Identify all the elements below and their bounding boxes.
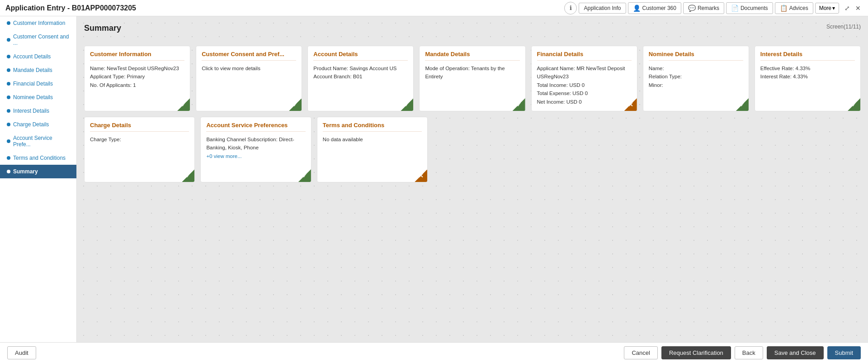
sidebar-dot: [7, 38, 10, 42]
submit-button[interactable]: Submit: [827, 346, 861, 359]
sidebar-item-customer-consent[interactable]: Customer Consent and ...: [0, 30, 76, 50]
app-footer: Audit Cancel Request Clarification Back …: [0, 342, 868, 363]
application-info-label: Application Info: [584, 5, 621, 11]
card-customer-information[interactable]: Customer Information Name: NewTest Depos…: [84, 46, 190, 111]
card-line: Applicant Name: MR NewTest Deposit USReg…: [537, 64, 632, 81]
card-line: Product Name: Savings Account US: [313, 64, 408, 72]
card-link[interactable]: +0 view more...: [206, 152, 305, 160]
card-title: Terms and Conditions: [323, 122, 422, 132]
card-body: Mode of Operation: Tenants by the Entire…: [425, 64, 519, 111]
sidebar-label: Account Service Prefe...: [13, 135, 71, 148]
card-title: Nominee Details: [649, 51, 743, 61]
save-and-close-button[interactable]: Save and Close: [767, 346, 824, 359]
sidebar-item-financial-details[interactable]: Financial Details: [0, 77, 76, 91]
card-nominee-details[interactable]: Nominee Details Name: Relation Type: Min…: [643, 46, 749, 111]
sidebar-item-nominee-details[interactable]: Nominee Details: [0, 91, 76, 104]
card-line: Banking Channel Subscription: Direct-Ban…: [206, 135, 305, 152]
card-line: Account Branch: B01: [313, 72, 408, 81]
cancel-button[interactable]: Cancel: [624, 346, 657, 359]
card-title: Customer Consent and Pref...: [202, 51, 296, 61]
chevron-down-icon: ▾: [832, 5, 835, 11]
page-title: Summary: [84, 24, 121, 33]
sidebar-item-account-details[interactable]: Account Details: [0, 50, 76, 63]
sidebar-item-charge-details[interactable]: Charge Details: [0, 118, 76, 131]
sidebar-label: Account Details: [13, 53, 51, 60]
sidebar-dot: [7, 139, 10, 143]
card-line: Click to view more details: [202, 64, 296, 72]
sidebar-dot: [7, 123, 10, 126]
sidebar-dot-active: [7, 170, 10, 173]
card-line: No data available: [323, 135, 422, 143]
sidebar-item-customer-information[interactable]: Customer Information: [0, 16, 76, 30]
card-title: Account Service Preferences: [206, 122, 305, 132]
audit-button[interactable]: Audit: [7, 346, 36, 359]
sidebar-dot: [7, 156, 10, 160]
card-financial-details[interactable]: Financial Details Applicant Name: MR New…: [531, 46, 637, 111]
card-charge-details[interactable]: Charge Details Charge Type: ✓: [84, 117, 195, 182]
card-account-service-pref[interactable]: Account Service Preferences Banking Chan…: [200, 117, 311, 182]
footer-right-actions: Cancel Request Clarification Back Save a…: [624, 346, 861, 359]
sidebar-dot: [7, 55, 10, 58]
app-title: Application Entry - B01APP000073205: [5, 4, 136, 12]
card-body: Effective Rate: 4.33% Interest Rate: 4.3…: [760, 64, 855, 111]
advices-label: Advices: [789, 5, 808, 11]
card-customer-consent[interactable]: Customer Consent and Pref... Click to vi…: [196, 46, 302, 111]
card-line: Charge Type:: [90, 135, 189, 143]
sidebar-item-summary[interactable]: Summary: [0, 165, 76, 178]
application-info-button[interactable]: Application Info: [579, 3, 626, 14]
sidebar-label: Mandate Details: [13, 67, 52, 73]
sidebar-label: Nominee Details: [13, 94, 53, 100]
card-body: No data available: [323, 135, 422, 182]
content-area: Summary Screen(11/11) Customer Informati…: [77, 16, 868, 342]
remarks-button[interactable]: 💬 Remarks: [683, 2, 724, 14]
card-line: Total Expense: USD 0: [537, 89, 632, 97]
card-line: Minor:: [649, 81, 743, 89]
documents-button[interactable]: 📄 Documents: [726, 2, 773, 14]
more-button[interactable]: More ▾: [815, 3, 839, 14]
sidebar-item-interest-details[interactable]: Interest Details: [0, 104, 76, 118]
request-clarification-button[interactable]: Request Clarification: [661, 346, 731, 359]
card-line: No. Of Applicants: 1: [90, 81, 184, 89]
card-terms-conditions[interactable]: Terms and Conditions No data available ✕: [317, 117, 428, 182]
card-line: Net Income: USD 0: [537, 98, 632, 106]
sidebar-dot: [7, 68, 10, 72]
header-actions: ℹ Application Info 👤 Customer 360 💬 Rema…: [564, 2, 863, 14]
card-interest-details[interactable]: Interest Details Effective Rate: 4.33% I…: [755, 46, 861, 111]
sidebar-item-account-service-pref[interactable]: Account Service Prefe...: [0, 131, 76, 151]
card-body: Name: Relation Type: Minor:: [649, 64, 743, 111]
card-title: Mandate Details: [425, 51, 519, 61]
card-title: Interest Details: [760, 51, 855, 61]
card-body: Banking Channel Subscription: Direct-Ban…: [206, 135, 305, 182]
card-line: Relation Type:: [649, 72, 743, 81]
sidebar-dot: [7, 109, 10, 113]
card-body: Click to view more details: [202, 64, 296, 111]
card-title: Customer Information: [90, 51, 184, 61]
resize-icon[interactable]: ⤢: [843, 4, 852, 13]
sidebar-item-terms-conditions[interactable]: Terms and Conditions: [0, 151, 76, 165]
remarks-icon: 💬: [688, 5, 696, 12]
card-line: Total Income: USD 0: [537, 81, 632, 89]
remarks-label: Remarks: [698, 5, 719, 11]
close-icon[interactable]: ✕: [854, 4, 863, 13]
documents-icon: 📄: [731, 5, 739, 12]
sidebar-dot: [7, 82, 10, 86]
more-label: More: [819, 5, 831, 11]
main-layout: Customer Information Customer Consent an…: [0, 16, 868, 342]
summary-cards-row2: Charge Details Charge Type: ✓ Account Se…: [84, 117, 428, 182]
info-icon-btn[interactable]: ℹ: [564, 2, 577, 14]
summary-cards-row1: Customer Information Name: NewTest Depos…: [84, 46, 861, 111]
card-account-details[interactable]: Account Details Product Name: Savings Ac…: [307, 46, 414, 111]
customer-360-button[interactable]: 👤 Customer 360: [628, 2, 681, 14]
card-body: Applicant Name: MR NewTest Deposit USReg…: [537, 64, 632, 111]
sidebar-label: Interest Details: [13, 108, 49, 114]
customer-360-label: Customer 360: [642, 5, 676, 11]
back-button[interactable]: Back: [735, 346, 763, 359]
resize-controls: ⤢ ✕: [843, 4, 863, 13]
sidebar-item-mandate-details[interactable]: Mandate Details: [0, 63, 76, 77]
card-line: Effective Rate: 4.33%: [760, 64, 855, 72]
card-mandate-details[interactable]: Mandate Details Mode of Operation: Tenan…: [419, 46, 525, 111]
sidebar-label: Customer Information: [13, 20, 65, 26]
sidebar-label: Charge Details: [13, 121, 49, 128]
card-body: Name: NewTest Deposit USRegNov23 Applica…: [90, 64, 184, 111]
advices-button[interactable]: 📋 Advices: [775, 2, 813, 14]
